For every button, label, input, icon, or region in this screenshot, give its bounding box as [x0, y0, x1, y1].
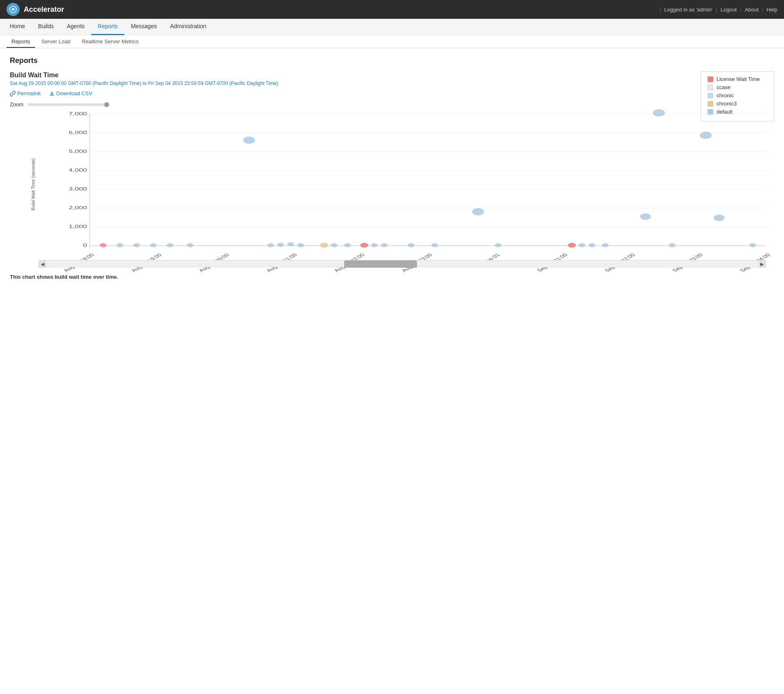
about-link[interactable]: About: [745, 7, 759, 13]
nav-reports[interactable]: Reports: [91, 19, 124, 35]
chart-container: Build Wait Time (seconds): [38, 111, 766, 259]
topbar-right: | Logged in as 'admin' | Logout | About …: [660, 7, 778, 13]
svg-point-51: [568, 243, 576, 248]
zoom-row: Zoom: [10, 101, 774, 107]
svg-point-55: [653, 109, 665, 116]
legend-color-ccase: [708, 85, 713, 90]
legend-item-chronic3: chronic3: [708, 101, 767, 107]
topbar: Accelerator | Logged in as 'admin' | Log…: [0, 0, 784, 19]
sub-nav: Reports Server Load Realtime Server Metr…: [0, 35, 784, 48]
y-axis-label: Build Wait Time (seconds): [30, 158, 35, 210]
scroll-thumb[interactable]: [344, 260, 417, 268]
legend-label-ccase: ccase: [717, 84, 730, 90]
permalink-label: Permalink: [17, 90, 41, 96]
svg-text:7,000: 7,000: [69, 111, 87, 116]
svg-point-30: [100, 243, 106, 247]
svg-text:2,000: 2,000: [69, 205, 87, 210]
svg-point-44: [360, 243, 368, 248]
chart-date-range: Sat Aug 29 2015 00:00:00 GMT-0700 (Pacif…: [10, 81, 278, 86]
zoom-handle[interactable]: [104, 102, 109, 107]
svg-text:6,000: 6,000: [69, 130, 87, 135]
legend-label-license-wait-time: License Wait Time: [717, 76, 760, 82]
svg-point-34: [167, 243, 173, 247]
svg-point-43: [344, 243, 351, 247]
logo-text: Accelerator: [24, 5, 64, 14]
svg-text:5,000: 5,000: [69, 149, 87, 154]
svg-point-56: [640, 213, 651, 220]
page-title: Reports: [10, 56, 774, 65]
svg-point-58: [700, 132, 712, 139]
chart-subtitle: Sat Aug 29 2015 00:00:00 GMT-0700 (Pacif…: [10, 81, 774, 86]
download-icon: [49, 91, 55, 96]
permalink-link[interactable]: Permalink: [10, 90, 41, 96]
svg-point-32: [133, 243, 140, 247]
svg-point-39: [287, 242, 294, 246]
logout-link[interactable]: Logout: [721, 7, 737, 13]
svg-text:3,000: 3,000: [69, 186, 87, 192]
svg-point-50: [495, 243, 502, 247]
svg-point-37: [267, 243, 274, 247]
chart-actions: Permalink Download CSV: [10, 90, 774, 96]
chart-section: License Wait Time ccase chronic chronic3…: [10, 72, 774, 280]
svg-point-38: [277, 243, 284, 247]
svg-point-54: [602, 243, 609, 247]
svg-point-31: [116, 243, 123, 247]
zoom-slider[interactable]: [27, 103, 109, 106]
legend-item-chronic: chronic: [708, 92, 767, 99]
svg-text:0: 0: [83, 243, 87, 248]
svg-point-46: [381, 243, 388, 247]
download-csv-link[interactable]: Download CSV: [49, 90, 92, 96]
legend-item-ccase: ccase: [708, 84, 767, 90]
legend-color-chronic: [708, 93, 713, 99]
chart-title: Build Wait Time: [10, 72, 774, 79]
legend-label-chronic: chronic: [717, 92, 734, 99]
subnav-server-load[interactable]: Server Load: [37, 38, 76, 48]
svg-point-47: [408, 243, 414, 247]
svg-point-49: [472, 208, 484, 215]
legend-color-license-wait-time: [708, 76, 713, 82]
svg-point-48: [431, 243, 438, 247]
nav-administration[interactable]: Administration: [164, 19, 213, 35]
nav-builds[interactable]: Builds: [31, 19, 60, 35]
svg-text:4,000: 4,000: [69, 168, 87, 173]
chart-svg: 0 1,000 2,000 3,000 4,000 5,000 6,000 7,…: [63, 111, 766, 258]
svg-point-33: [150, 243, 157, 247]
svg-point-52: [578, 243, 585, 247]
nav-home[interactable]: Home: [3, 19, 31, 35]
logo-icon: [7, 3, 20, 16]
svg-point-41: [320, 243, 328, 248]
subnav-realtime-server-metrics[interactable]: Realtime Server Metrics: [77, 38, 143, 48]
svg-point-59: [714, 215, 724, 221]
svg-point-40: [297, 243, 304, 247]
subnav-reports[interactable]: Reports: [7, 38, 35, 48]
svg-point-35: [187, 243, 193, 247]
nav-messages[interactable]: Messages: [124, 19, 164, 35]
svg-point-57: [669, 243, 675, 247]
help-link[interactable]: Help: [766, 7, 777, 13]
svg-point-36: [243, 137, 255, 144]
scroll-right-arrow[interactable]: ▶: [758, 260, 766, 268]
page-content: Reports License Wait Time ccase chronic …: [0, 48, 784, 288]
download-csv-label: Download CSV: [56, 90, 92, 96]
nav-agents[interactable]: Agents: [60, 19, 92, 35]
svg-point-60: [749, 243, 756, 247]
svg-point-42: [331, 243, 337, 247]
legend-label-chronic3: chronic3: [717, 101, 737, 107]
legend-color-chronic3: [708, 101, 713, 107]
chart-scrollbar[interactable]: ◀ ▶: [38, 260, 766, 267]
topbar-left: Accelerator: [7, 3, 64, 16]
user-status: Logged in as 'admin': [664, 7, 712, 13]
chart-caption: This chart shows build wait time over ti…: [10, 274, 774, 280]
main-nav: Home Builds Agents Reports Messages Admi…: [0, 19, 784, 35]
legend-item-license-wait-time: License Wait Time: [708, 76, 767, 82]
svg-text:1,000: 1,000: [69, 224, 87, 229]
svg-point-53: [589, 243, 595, 247]
scroll-left-arrow[interactable]: ◀: [39, 260, 46, 268]
zoom-label: Zoom: [10, 101, 23, 107]
svg-point-45: [371, 243, 378, 247]
link-icon: [10, 91, 16, 96]
